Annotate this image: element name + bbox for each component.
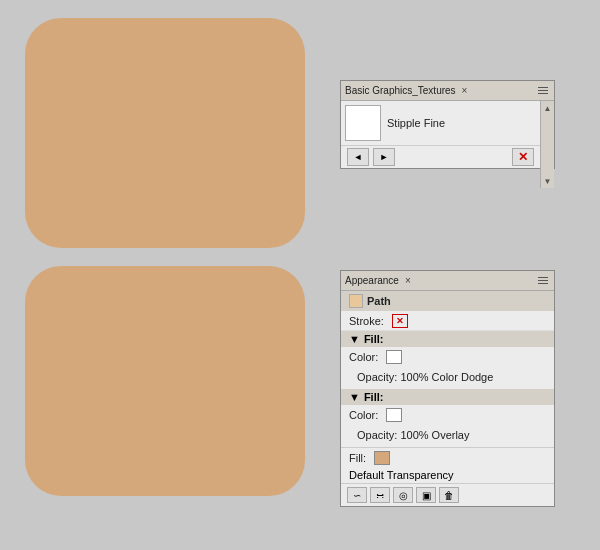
textures-menu-button[interactable] [536, 84, 550, 98]
fill1-triangle-icon: ▼ [349, 333, 360, 345]
path-row: Path [341, 291, 554, 311]
appearance-close-button[interactable]: × [403, 275, 413, 286]
fill3-row: Fill: [341, 447, 554, 467]
menu-line-2 [538, 90, 548, 91]
menu-line-3 [538, 93, 548, 94]
fill2-header[interactable]: ▼ Fill: [341, 389, 554, 405]
color1-swatch[interactable] [386, 350, 402, 364]
app-ctrl-delete[interactable]: 🗑 [439, 487, 459, 503]
fill2-label: Fill: [364, 391, 384, 403]
textures-scrollbar[interactable]: ▲ ▼ [540, 101, 554, 188]
color1-label: Color: [349, 351, 378, 363]
fill2-triangle-icon: ▼ [349, 391, 360, 403]
opacity2-label: Opacity: 100% Overlay [357, 429, 470, 441]
bottom-shape-card [25, 266, 305, 496]
appearance-panel-title: Appearance [345, 275, 399, 286]
menu-line-a1 [538, 277, 548, 278]
appearance-bottom-bar: ∽ ∺ ◎ ▣ 🗑 [341, 483, 554, 506]
fill2-opacity-row: Opacity: 100% Overlay [341, 425, 554, 445]
default-transparency-row: Default Transparency [341, 467, 554, 483]
menu-line-1 [538, 87, 548, 88]
ctrl1-icon: ∽ [353, 490, 361, 501]
ctrl2-icon: ∺ [376, 490, 384, 501]
fill3-swatch[interactable] [374, 451, 390, 465]
stroke-label: Stroke: [349, 315, 384, 327]
textures-panel: Basic Graphics_Textures × ▲ ▼ Stipple Fi… [340, 80, 555, 169]
fill3-label: Fill: [349, 452, 366, 464]
menu-line-a2 [538, 280, 548, 281]
texture-delete-button[interactable]: ✕ [512, 148, 534, 166]
scroll-down-arrow[interactable]: ▼ [541, 174, 555, 188]
stroke-none-icon[interactable]: ✕ [392, 314, 408, 328]
textures-close-button[interactable]: × [460, 85, 470, 96]
stroke-row: Stroke: ✕ [341, 311, 554, 331]
fill1-label: Fill: [364, 333, 384, 345]
app-ctrl-2[interactable]: ∺ [370, 487, 390, 503]
path-icon [349, 294, 363, 308]
texture-controls-bar: ◄ ► ✕ [341, 145, 540, 168]
appearance-panel-header: Appearance × [341, 271, 554, 291]
texture-play-button[interactable]: ► [373, 148, 395, 166]
path-label: Path [367, 295, 391, 307]
fill2-color-row: Color: [341, 405, 554, 425]
opacity1-label: Opacity: 100% Color Dodge [357, 371, 493, 383]
appearance-header-left: Appearance × [345, 275, 413, 286]
menu-line-a3 [538, 283, 548, 284]
textures-panel-title: Basic Graphics_Textures [345, 85, 456, 96]
color2-label: Color: [349, 409, 378, 421]
stroke-x-mark: ✕ [396, 316, 404, 326]
texture-preview-swatch [345, 105, 381, 141]
default-transparency-label: Default Transparency [349, 469, 454, 481]
appearance-panel: Appearance × Path Stroke: ✕ ▼ Fill: Colo… [340, 270, 555, 507]
canvas-area [0, 0, 330, 550]
texture-name-label: Stipple Fine [387, 117, 445, 129]
delete-icon: ✕ [518, 150, 528, 164]
fill1-header[interactable]: ▼ Fill: [341, 331, 554, 347]
appearance-menu-button[interactable] [536, 274, 550, 288]
ctrl-delete-icon: 🗑 [444, 490, 454, 501]
texture-item[interactable]: Stipple Fine [341, 101, 540, 145]
top-shape-card [25, 18, 305, 248]
fill1-opacity-row: Opacity: 100% Color Dodge [341, 367, 554, 387]
color2-swatch[interactable] [386, 408, 402, 422]
app-ctrl-3[interactable]: ◎ [393, 487, 413, 503]
appearance-controls: ∽ ∺ ◎ ▣ 🗑 [347, 487, 459, 503]
textures-panel-header: Basic Graphics_Textures × [341, 81, 554, 101]
scroll-up-arrow[interactable]: ▲ [541, 101, 555, 115]
texture-back-button[interactable]: ◄ [347, 148, 369, 166]
app-ctrl-4[interactable]: ▣ [416, 487, 436, 503]
ctrl3-icon: ◎ [399, 490, 408, 501]
app-ctrl-1[interactable]: ∽ [347, 487, 367, 503]
textures-header-left: Basic Graphics_Textures × [345, 85, 469, 96]
fill1-color-row: Color: [341, 347, 554, 367]
ctrl4-icon: ▣ [422, 490, 431, 501]
